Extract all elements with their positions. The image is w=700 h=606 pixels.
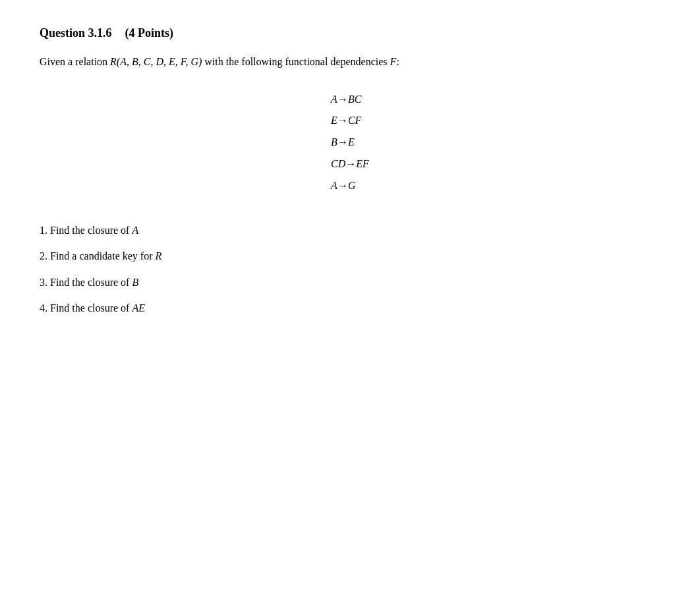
fd-item-3: B→E — [331, 133, 355, 152]
question-points: (4 Points) — [125, 26, 174, 40]
fd-item-4: CD→EF — [331, 155, 369, 174]
q2-number: 2. Find a candidate key for — [40, 250, 156, 262]
question-item-2: 2. Find a candidate key for R — [40, 248, 660, 265]
fd-block: A→BC E→CF B→E CD→EF A→G — [40, 90, 660, 196]
intro-fd-var: F — [390, 56, 397, 67]
intro-after: with the following functional dependenci… — [202, 56, 390, 67]
question-item-1: 1. Find the closure of A — [40, 222, 660, 239]
fd-item-5: A→G — [331, 177, 355, 196]
question-title: Question 3.1.6 — [40, 26, 112, 40]
questions-list: 1. Find the closure of A 2. Find a candi… — [40, 222, 660, 317]
intro-text: Given a relation R(A, B, C, D, E, F, G) … — [40, 53, 660, 70]
fd-item-1: A→BC — [331, 90, 361, 109]
q2-variable: R — [156, 250, 162, 262]
fd-list: A→BC E→CF B→E CD→EF A→G — [331, 90, 369, 196]
q4-variable: AE — [132, 302, 145, 314]
question-item-3: 3. Find the closure of B — [40, 274, 660, 291]
q1-variable: A — [132, 225, 138, 236]
intro-relation: R(A, B, C, D, E, F, G) — [110, 56, 202, 67]
intro-before: Given a relation — [40, 56, 110, 67]
fd-item-2: E→CF — [331, 111, 361, 130]
question-item-4: 4. Find the closure of AE — [40, 300, 660, 317]
q4-number: 4. Find the closure of — [40, 302, 132, 314]
q1-number: 1. Find the closure of — [40, 225, 132, 236]
q3-variable: B — [132, 277, 138, 288]
q3-number: 3. Find the closure of — [40, 277, 132, 288]
question-header: Question 3.1.6 (4 Points) — [40, 26, 660, 40]
intro-colon: : — [396, 56, 399, 67]
